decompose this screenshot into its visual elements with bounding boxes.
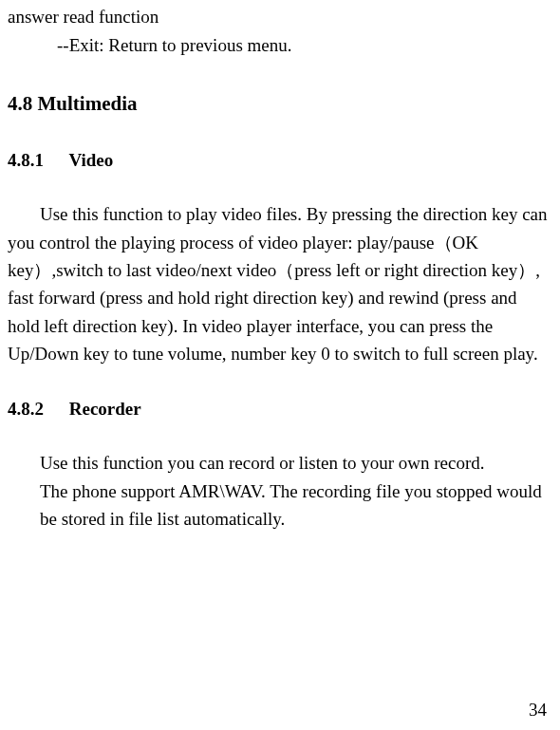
subsection-heading-4-8-2: 4.8.2 Recorder [8,395,552,422]
subsection-number: 4.8.2 [8,395,65,422]
fragment-line-2: --Exit: Return to previous menu. [8,31,552,60]
subsection-4-8-1-body: Use this function to play video files. B… [8,200,552,368]
subsection-4-8-2-body-1: Use this function you can record or list… [8,449,552,477]
page-number: 34 [529,700,547,721]
subsection-heading-4-8-1: 4.8.1 Video [8,146,552,174]
section-number: 4.8 [8,92,32,115]
section-heading-4-8: 4.8 Multimedia [8,88,552,120]
fragment-line-1: answer read function [8,6,552,29]
subsection-title: Video [68,150,113,170]
page-content: answer read function --Exit: Return to p… [0,0,560,533]
section-title: Multimedia [38,92,138,115]
subsection-4-8-2-body-2: The phone support AMR\WAV. The recording… [8,477,552,533]
subsection-title: Recorder [69,399,141,419]
subsection-number: 4.8.1 [8,146,65,174]
